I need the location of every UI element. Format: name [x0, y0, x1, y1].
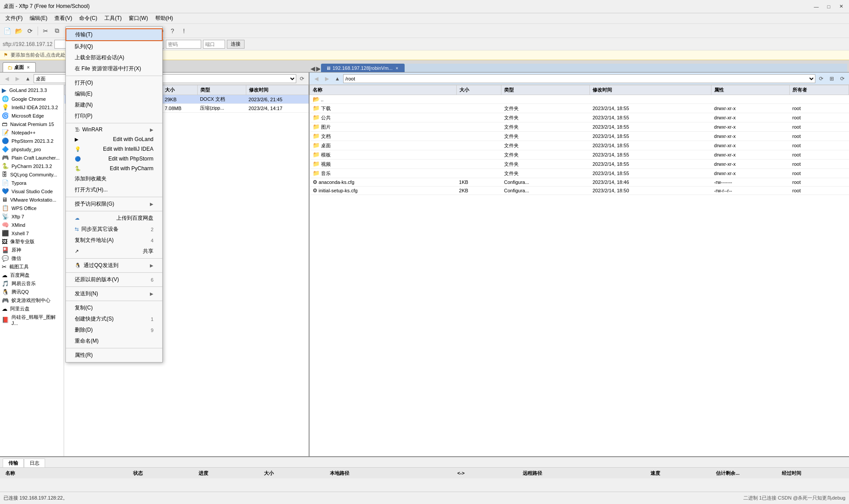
refresh-button[interactable]: ⟳: [25, 26, 35, 36]
ctx-winrar[interactable]: 🗜 WinRAR ▶: [66, 125, 162, 134]
desktop-icon-edge[interactable]: 🌀 Microsoft Edge: [0, 111, 64, 120]
bottom-tab-log[interactable]: 日志: [24, 458, 45, 467]
ctx-properties[interactable]: 属性(R): [66, 350, 162, 361]
left-back-button[interactable]: ◀: [2, 74, 11, 83]
table-row[interactable]: 📂 ..: [310, 95, 849, 104]
ctx-copy[interactable]: 复制(C): [66, 302, 162, 313]
ctx-send-to[interactable]: 发送到(N) ▶: [66, 288, 162, 299]
ctx-open-explorer[interactable]: 在 File 资源管理器中打开(X): [66, 63, 162, 74]
desktop-icon-navicat[interactable]: 🗃 Navicat Premium 15: [0, 120, 64, 128]
desktop-icon-netease[interactable]: 🎵 网易云音乐: [0, 279, 64, 288]
desktop-icon-xiuxiu[interactable]: 🖼 像塑专业版: [0, 237, 64, 246]
ctx-new[interactable]: 新建(N): [66, 99, 162, 111]
table-row[interactable]: 📁 视频 文件夹2023/2/14, 18:55drwxr-xr-xroot: [310, 160, 849, 169]
maximize-button[interactable]: □: [824, 2, 833, 11]
password-input[interactable]: [166, 40, 201, 49]
desktop-icon-wps[interactable]: 📋 WPS Office: [0, 204, 64, 212]
ctx-create-shortcut[interactable]: 创建快捷方式(S) 1: [66, 313, 162, 325]
desktop-icon-notepad[interactable]: 📝 Notepad++: [0, 128, 64, 137]
ctx-grant-access[interactable]: 授予访问权限(G) ▶: [66, 199, 162, 210]
desktop-icon-wechat[interactable]: 💬 微信: [0, 254, 64, 263]
ctx-edit[interactable]: 编辑(E): [66, 88, 162, 99]
menu-tools[interactable]: 工具(T): [101, 13, 125, 23]
ctx-edit-phpstorm[interactable]: 🔵 Edit with PhpStorm: [66, 154, 162, 164]
table-row[interactable]: 📁 桌面 文件夹2023/2/14, 18:55drwxr-xr-xroot: [310, 141, 849, 150]
menu-help[interactable]: 帮助(H): [152, 13, 177, 23]
ctx-transfer[interactable]: 传输(T): [65, 28, 163, 41]
right-address-input[interactable]: /root: [343, 74, 815, 83]
desktop-icon-java-book[interactable]: 📕 尚硅谷_韩顺平_图解J...: [0, 313, 64, 327]
desktop-icon-xftp[interactable]: 📡 Xftp 7: [0, 212, 64, 221]
menu-edit[interactable]: 编辑(E): [26, 13, 51, 23]
left-up-button[interactable]: ▲: [23, 74, 33, 83]
table-row[interactable]: 📁 下载 文件夹2023/2/14, 18:55drwxr-xr-xroot: [310, 104, 849, 113]
minimize-button[interactable]: —: [812, 2, 821, 11]
desktop-icon-chrome[interactable]: 🌐 Google Chrome: [0, 95, 64, 103]
port-input[interactable]: [203, 40, 225, 49]
menu-command[interactable]: 命令(C): [76, 13, 101, 23]
desktop-icon-snipping[interactable]: ✂ 截图工具: [0, 263, 64, 271]
ctx-copy-path[interactable]: 复制文件地址(A) 4: [66, 235, 162, 246]
cut-button[interactable]: ✂: [40, 26, 51, 36]
bottom-tab-transfer[interactable]: 传输: [3, 458, 24, 467]
desktop-icon-baidu-pan[interactable]: ☁ 百度网盘: [0, 271, 64, 279]
table-row[interactable]: ⚙ initial-setup-ks.cfg 2KBConfigura...20…: [310, 187, 849, 195]
right-up-button[interactable]: ▲: [333, 74, 342, 83]
right-back-button[interactable]: ◀: [311, 74, 321, 83]
help-button[interactable]: ?: [167, 26, 178, 36]
pane-nav-left[interactable]: ◀: [310, 65, 315, 72]
desktop-icon-xshell[interactable]: ⬛ Xshell 7: [0, 229, 64, 237]
copy-button[interactable]: ⧉: [52, 26, 62, 36]
ctx-edit-pycharm[interactable]: 🐍 Edit with PyCharm: [66, 164, 162, 173]
ctx-upload-baidu[interactable]: ☁ 上传到百度网盘: [66, 213, 162, 224]
connect-button[interactable]: 连接: [227, 40, 245, 49]
local-tab-close[interactable]: ×: [26, 65, 31, 70]
desktop-icon-typora[interactable]: 📄 Typora: [0, 179, 64, 187]
desktop-icon-goland[interactable]: ▶ GoLand 2021.3.3: [0, 86, 64, 95]
desktop-icon-plain-craft[interactable]: 🎮 Plain Craft Launcher...: [0, 153, 64, 162]
ctx-add-favorites[interactable]: 添加到收藏夹: [66, 173, 162, 184]
ctx-restore[interactable]: 还原以前的版本(V) 6: [66, 274, 162, 285]
menu-window[interactable]: 窗口(W): [125, 13, 151, 23]
desktop-icon-xmind[interactable]: 🧠 XMind: [0, 221, 64, 229]
desktop-icon-vscode[interactable]: 💙 Visual Studio Code: [0, 187, 64, 195]
menu-file[interactable]: 文件(F): [2, 13, 26, 23]
left-forward-button[interactable]: ▶: [12, 74, 22, 83]
left-refresh-button[interactable]: ⟳: [297, 74, 307, 83]
close-button[interactable]: ✕: [837, 2, 845, 11]
ctx-share[interactable]: ↗ 共享: [66, 246, 162, 257]
ctx-edit-goland[interactable]: ▶ Edit with GoLand: [66, 134, 162, 144]
ctx-queue[interactable]: 队列(Q): [66, 41, 162, 52]
desktop-icon-vmware[interactable]: 🖥 VMware Workstatio...: [0, 195, 64, 204]
desktop-icon-ant[interactable]: 🎮 蚁龙游戏控制中心: [0, 296, 64, 305]
ctx-send-qq[interactable]: 🐧 通过QQ发送到 ▶: [66, 260, 162, 271]
ctx-rename[interactable]: 重命名(M): [66, 336, 162, 347]
ctx-open-with[interactable]: 打开方式(H)...: [66, 184, 162, 195]
about-button[interactable]: !: [179, 26, 189, 36]
desktop-icon-aliyun[interactable]: ☁ 阿里云盘: [0, 305, 64, 313]
right-nav-extra1[interactable]: ⊞: [827, 74, 837, 83]
right-forward-button[interactable]: ▶: [322, 74, 332, 83]
desktop-icon-intellij[interactable]: 💡 IntelliJ IDEA 2021.3.2: [0, 103, 64, 111]
open-session-button[interactable]: 📂: [13, 26, 24, 36]
remote-tab-close[interactable]: ×: [394, 65, 400, 71]
ctx-open[interactable]: 打开(O): [66, 77, 162, 88]
remote-tab-server[interactable]: 🖥 192.168.197.128[robinVm... ×: [321, 64, 405, 72]
desktop-icon-phpstorm[interactable]: 🔵 PhpStorm 2021.3.2: [0, 137, 64, 145]
menu-view[interactable]: 查看(V): [51, 13, 76, 23]
new-session-button[interactable]: 📄: [2, 26, 12, 36]
table-row[interactable]: 📁 公共 文件夹2023/2/14, 18:55drwxr-xr-xroot: [310, 113, 849, 122]
desktop-icon-pycharm[interactable]: 🐍 PyCharm 2021.3.2: [0, 162, 64, 170]
right-nav-extra2[interactable]: ⟳: [838, 74, 847, 83]
table-row[interactable]: 📁 图片 文件夹2023/2/14, 18:55drwxr-xr-xroot: [310, 122, 849, 132]
ctx-sync-devices[interactable]: ⇆ 同步至其它设备 2: [66, 224, 162, 235]
table-row[interactable]: 📁 文档 文件夹2023/2/14, 18:55drwxr-xr-xroot: [310, 132, 849, 141]
desktop-icon-sqlyog[interactable]: 🗄 SQLyog Community...: [0, 170, 64, 179]
ctx-print[interactable]: 打印(P): [66, 111, 162, 122]
desktop-icon-yuanshen[interactable]: 🎴 原神: [0, 246, 64, 254]
ctx-upload-all[interactable]: 上载全部远程会话(A): [66, 52, 162, 63]
desktop-icon-phpstudy[interactable]: 🔷 phpstudy_pro: [0, 145, 64, 153]
desktop-icon-qq[interactable]: 🐧 腾讯QQ: [0, 288, 64, 296]
table-row[interactable]: 📁 模板 文件夹2023/2/14, 18:55drwxr-xr-xroot: [310, 150, 849, 160]
local-tab-desktop[interactable]: 🗀 桌面 ×: [3, 62, 36, 72]
